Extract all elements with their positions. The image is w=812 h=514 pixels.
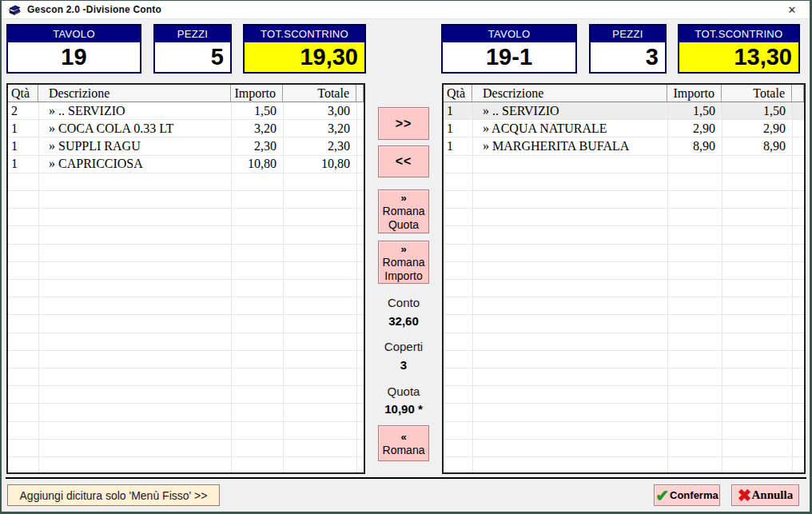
conto-label: Conto: [365, 296, 442, 309]
column-header-importo: Importo: [667, 85, 722, 102]
romana-back-button[interactable]: « Romana: [378, 425, 429, 461]
move-right-label: >>: [396, 117, 412, 131]
column-header-importo: Importo: [231, 85, 283, 102]
window-title: Gescon 2.0 -Divisione Conto: [27, 4, 161, 15]
left-pezzi-box: PEZZI 5: [153, 24, 232, 74]
cell-imp: 8,90: [667, 137, 722, 154]
grid-line: [722, 102, 722, 474]
client-area: TAVOLO 19 PEZZI 5 TOT.SCONTRINO 19,30 TA…: [2, 19, 810, 512]
column-header-filler: [792, 85, 804, 102]
table-row[interactable]: 1» SUPPLI RAGU2,302,30: [8, 137, 364, 155]
cell-desc: » COCA COLA 0.33 LT: [38, 120, 231, 137]
cell-qta: 1: [8, 156, 38, 173]
cell-qta: 1: [444, 120, 472, 137]
romana-quota-button[interactable]: » Romana Quota: [378, 189, 429, 233]
check-icon: ✔: [655, 488, 669, 504]
cell-qta: 1: [444, 102, 472, 119]
conferma-label: Conferma: [670, 489, 718, 501]
grid-line: [38, 102, 39, 474]
column-header-totale: Totale: [722, 85, 792, 102]
cell-desc: » ACQUA NATURALE: [472, 120, 667, 137]
chevron-right-icon: »: [400, 191, 406, 205]
grid-line: [356, 102, 357, 474]
left-tavolo-value: 19: [8, 42, 140, 72]
left-tavolo-label: TAVOLO: [8, 26, 140, 42]
romana-quota-line2: Quota: [388, 218, 419, 232]
grid-line: [231, 102, 232, 474]
grid-line: [283, 102, 284, 474]
annulla-label: Annulla: [751, 488, 793, 502]
grid-line: [472, 102, 473, 474]
left-table-body: 2» .. SERVIZIO1,503,001» COCA COLA 0.33 …: [8, 102, 364, 474]
table-row[interactable]: 1» MARGHERITA BUFALA8,908,90: [444, 137, 804, 155]
cell-imp: 1,50: [667, 102, 722, 119]
left-items-table: Qtà Descrizione Importo Totale 2» .. SER…: [6, 83, 365, 474]
romana-importo-line1: Romana: [383, 256, 425, 269]
cell-imp: 3,20: [231, 120, 283, 137]
cell-qta: 2: [8, 102, 38, 119]
romana-importo-button[interactable]: » Romana Importo: [378, 241, 429, 284]
cell-tot: 8,90: [722, 137, 792, 154]
romana-importo-line2: Importo: [384, 269, 422, 283]
menu-fisso-button[interactable]: Aggiungi dicitura solo 'Menù Fisso' >>: [7, 484, 220, 506]
right-total-box: TOT.SCONTRINO 13,30: [678, 24, 800, 74]
right-pezzi-label: PEZZI: [591, 26, 665, 42]
cell-desc: » .. SERVIZIO: [472, 102, 667, 119]
table-row[interactable]: 1» COCA COLA 0.33 LT3,203,20: [8, 120, 364, 137]
right-items-table: Qtà Descrizione Importo Totale 1» .. SER…: [442, 83, 806, 474]
title-bar: Gescon 2.0 -Divisione Conto ✕: [2, 1, 810, 19]
cell-qta: 1: [444, 137, 472, 154]
column-header-qta: Qtà: [444, 85, 472, 102]
right-total-label: TOT.SCONTRINO: [679, 26, 798, 42]
close-icon[interactable]: ✕: [774, 1, 810, 19]
move-right-button[interactable]: >>: [378, 107, 429, 140]
cell-tot: 3,00: [283, 102, 356, 119]
grid-line: [792, 102, 793, 474]
right-pezzi-value: 3: [591, 42, 665, 72]
right-tavolo-label: TAVOLO: [443, 26, 575, 42]
annulla-button[interactable]: ✖ Annulla: [731, 484, 799, 506]
coperti-label: Coperti: [365, 340, 442, 353]
cell-desc: » SUPPLI RAGU: [38, 137, 231, 154]
table-row[interactable]: 1» ACQUA NATURALE2,902,90: [444, 120, 804, 137]
column-header-totale: Totale: [283, 85, 356, 102]
cell-desc: » MARGHERITA BUFALA: [472, 137, 667, 154]
romana-quota-line1: Romana: [383, 205, 425, 218]
app-icon: [7, 4, 22, 16]
cell-imp: 2,30: [231, 137, 283, 154]
cell-tot: 1,50: [722, 102, 792, 119]
cell-imp: 1,50: [231, 102, 283, 119]
cell-imp: 10,80: [231, 156, 283, 173]
left-total-value: 19,30: [245, 42, 364, 72]
right-tavolo-value: 19-1: [443, 42, 575, 72]
conto-value: 32,60: [365, 314, 442, 328]
cell-desc: » CAPRICCIOSA: [38, 156, 231, 173]
coperti-value: 3: [365, 358, 442, 372]
table-row[interactable]: 1» .. SERVIZIO1,501,50: [444, 102, 804, 120]
app-window: Gescon 2.0 -Divisione Conto ✕ TAVOLO 19 …: [2, 1, 810, 512]
table-row[interactable]: 1» CAPRICCIOSA10,8010,80: [8, 156, 364, 173]
column-header-descrizione: Descrizione: [38, 85, 231, 102]
conferma-button[interactable]: ✔ Conferma: [654, 484, 720, 506]
chevron-left-icon: «: [400, 430, 406, 444]
cell-tot: 2,90: [722, 120, 792, 137]
table-row[interactable]: 2» .. SERVIZIO1,503,00: [8, 102, 364, 120]
move-left-button[interactable]: <<: [378, 145, 429, 177]
cell-imp: 2,90: [667, 120, 722, 137]
cell-tot: 3,20: [283, 120, 356, 137]
left-total-box: TOT.SCONTRINO 19,30: [243, 24, 366, 74]
cell-tot: 2,30: [283, 137, 356, 154]
grid-line: [667, 102, 668, 474]
cross-icon: ✖: [738, 487, 752, 504]
cell-qta: 1: [8, 120, 38, 137]
footer-divider: [6, 477, 806, 479]
cell-tot: 10,80: [283, 156, 356, 173]
right-table-header: Qtà Descrizione Importo Totale: [444, 85, 804, 102]
cell-desc: » .. SERVIZIO: [38, 102, 231, 119]
right-table-body: 1» .. SERVIZIO1,501,501» ACQUA NATURALE2…: [444, 102, 804, 474]
quota-label: Quota: [365, 385, 442, 398]
chevron-right-icon: »: [400, 242, 406, 256]
romana-back-line1: Romana: [383, 444, 425, 457]
right-pezzi-box: PEZZI 3: [589, 24, 667, 74]
left-pezzi-label: PEZZI: [155, 26, 230, 42]
